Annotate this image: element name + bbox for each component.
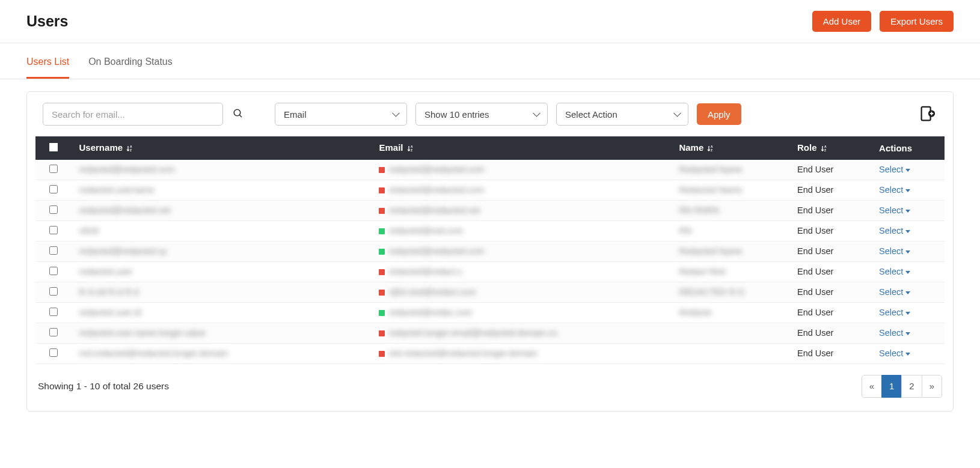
- page-2[interactable]: 2: [901, 375, 922, 398]
- cell-email: redacted.longer.email@redacted.domain.co: [388, 328, 557, 338]
- cell-role: End User: [797, 308, 833, 317]
- cell-username: redacted.user.name.longer.value: [79, 328, 206, 338]
- row-action-select[interactable]: Select: [879, 205, 910, 215]
- cell-name: RN RNRN: [679, 205, 719, 215]
- entries-wrap: Show 10 entries: [415, 103, 548, 126]
- search-icon: [233, 108, 243, 119]
- th-username[interactable]: Username AZ: [72, 136, 372, 160]
- cell-email: redacted@redac.com: [388, 308, 472, 317]
- caret-down-icon: [905, 210, 910, 213]
- row-checkbox[interactable]: [49, 308, 58, 316]
- select-all-checkbox[interactable]: [49, 143, 58, 151]
- table-footer: Showing 1 - 10 of total 26 users « 1 2 »: [35, 364, 945, 398]
- cell-username: R d.ctd R.d R.d: [79, 287, 139, 297]
- status-dot: [379, 351, 385, 357]
- table-row: redacted.user.name.longer.valueredacted.…: [35, 323, 945, 343]
- add-user-button[interactable]: Add User: [812, 11, 872, 32]
- row-checkbox[interactable]: [49, 246, 58, 255]
- page-1[interactable]: 1: [881, 375, 902, 398]
- status-dot: [379, 228, 385, 234]
- row-action-select[interactable]: Select: [879, 287, 910, 297]
- table-header-row: Username AZ Email AZ Name AZ: [35, 136, 945, 160]
- th-actions: Actions: [872, 136, 945, 160]
- cell-role: End User: [797, 246, 833, 256]
- status-dot: [379, 290, 385, 296]
- caret-down-icon: [905, 271, 910, 274]
- row-action-select[interactable]: Select: [879, 308, 910, 317]
- caret-down-icon: [905, 353, 910, 356]
- table-row: redacted.userredacted@redact.cRedact Red…: [35, 261, 945, 282]
- cell-email: r@d.cted@redact.com: [388, 287, 476, 297]
- content-panel: Email Show 10 entries Select Action Appl…: [26, 91, 954, 412]
- page-prev[interactable]: «: [862, 375, 882, 398]
- row-action-select[interactable]: Select: [879, 348, 910, 358]
- search-input[interactable]: [43, 103, 223, 126]
- cell-name: Redacte: [679, 308, 711, 317]
- status-dot: [379, 310, 385, 316]
- cell-role: End User: [797, 205, 833, 215]
- cell-email: redacted@redacted.net: [388, 205, 480, 215]
- users-table: Username AZ Email AZ Name AZ: [35, 136, 945, 364]
- status-dot: [379, 167, 385, 173]
- table-body: redacted@redacted.comredacted@redacted.c…: [35, 160, 945, 364]
- cell-role: End User: [797, 287, 833, 297]
- cell-username: red.redacted@redacted.longer.domain: [79, 348, 228, 358]
- action-wrap: Select Action: [556, 103, 688, 126]
- svg-line-1: [239, 115, 242, 117]
- row-checkbox[interactable]: [49, 267, 58, 275]
- row-action-select[interactable]: Select: [879, 246, 910, 256]
- cell-username: redacted@redacted.net: [79, 205, 171, 215]
- page-next[interactable]: »: [922, 375, 942, 398]
- tab-onboarding-status[interactable]: On Boarding Status: [88, 47, 173, 79]
- row-action-select[interactable]: Select: [879, 165, 910, 174]
- entries-select[interactable]: Show 10 entries: [415, 103, 548, 126]
- status-dot: [379, 249, 385, 255]
- action-select[interactable]: Select Action: [556, 103, 688, 126]
- sort-icon: AZ: [126, 144, 133, 154]
- cell-username: rdctd: [79, 226, 99, 236]
- row-checkbox[interactable]: [49, 165, 58, 173]
- cell-email: redacted@red.com: [388, 226, 463, 236]
- toolbar: Email Show 10 entries Select Action Appl…: [35, 103, 945, 136]
- search-button[interactable]: [230, 106, 246, 123]
- table-row: redacted.usernameredacted@redacted.comRe…: [35, 180, 945, 200]
- email-filter-wrap: Email: [275, 103, 407, 126]
- row-checkbox[interactable]: [49, 348, 58, 357]
- row-checkbox[interactable]: [49, 185, 58, 193]
- tab-users-list[interactable]: Users List: [26, 47, 69, 79]
- svg-text:Z: Z: [130, 148, 132, 152]
- page-title: Users: [26, 13, 69, 30]
- cell-name: Redacted Name: [679, 246, 742, 256]
- cell-username: redacted@redacted.xy: [79, 246, 167, 256]
- add-quick-button[interactable]: [917, 103, 937, 126]
- th-role[interactable]: Role AZ: [790, 136, 872, 160]
- caret-down-icon: [905, 332, 910, 335]
- row-action-select[interactable]: Select: [879, 267, 910, 276]
- table-row: redacted@redacted.xyredacted@redacted.co…: [35, 241, 945, 261]
- row-checkbox[interactable]: [49, 226, 58, 234]
- row-action-select[interactable]: Select: [879, 226, 910, 236]
- header-buttons: Add User Export Users: [812, 11, 954, 32]
- caret-down-icon: [905, 312, 910, 315]
- row-checkbox[interactable]: [49, 205, 58, 214]
- tabs: Users List On Boarding Status: [0, 47, 980, 79]
- caret-down-icon: [905, 230, 910, 233]
- export-users-button[interactable]: Export Users: [880, 11, 954, 32]
- row-action-select[interactable]: Select: [879, 185, 910, 195]
- caret-down-icon: [905, 169, 910, 172]
- table-row: rdctdredacted@red.comRNEnd UserSelect: [35, 220, 945, 241]
- add-device-icon: [918, 105, 936, 123]
- th-name[interactable]: Name AZ: [672, 136, 790, 160]
- row-checkbox[interactable]: [49, 328, 58, 336]
- apply-button[interactable]: Apply: [697, 103, 741, 125]
- email-filter-select[interactable]: Email: [275, 103, 407, 126]
- svg-point-0: [234, 109, 240, 116]
- caret-down-icon: [905, 189, 910, 192]
- cell-name: REDACTED R.D: [679, 287, 744, 297]
- th-username-label: Username: [79, 142, 123, 153]
- th-email[interactable]: Email AZ: [372, 136, 672, 160]
- row-checkbox[interactable]: [49, 287, 58, 296]
- row-action-select[interactable]: Select: [879, 328, 910, 338]
- table-row: red.redacted@redacted.longer.domainred.r…: [35, 343, 945, 363]
- search-wrap: [43, 103, 246, 126]
